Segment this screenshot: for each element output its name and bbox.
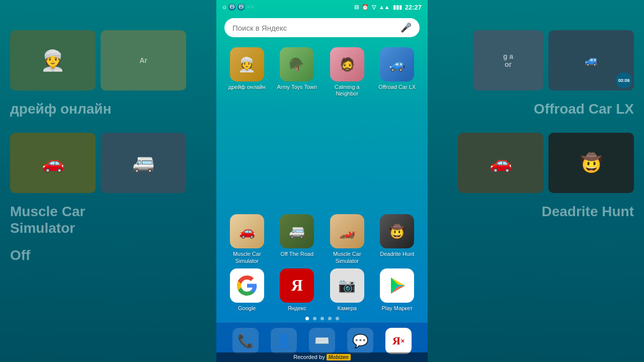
- dock-keyboard[interactable]: ⌨️: [309, 328, 335, 354]
- app-label-yandex: Яндекс: [288, 305, 306, 312]
- page-dots: [216, 317, 428, 320]
- app-label-calm: Calming a Neighbor: [324, 84, 371, 97]
- dock-contacts[interactable]: 👤: [271, 328, 297, 354]
- dock-messages[interactable]: 💬: [347, 328, 373, 354]
- dock-phone[interactable]: 📞: [232, 328, 259, 354]
- dot-2: [313, 317, 316, 320]
- app-icon-army: 🪖: [280, 47, 314, 81]
- wifi-icon: ▽: [372, 4, 376, 11]
- dot-3: [320, 317, 324, 320]
- app-grid-row3: Google Я Яндекс 📷 Камера: [216, 264, 428, 312]
- notif-icon-2: ⓜ: [237, 4, 245, 11]
- app-icon-offroad: 🚙: [380, 47, 414, 81]
- dot-1: [305, 317, 309, 320]
- app-yandex[interactable]: Я Яндекс: [274, 268, 321, 312]
- time-display: 22:27: [405, 4, 422, 11]
- app-army[interactable]: 🪖 Army Toys Town: [274, 47, 321, 210]
- app-label-drift: дрейф онлайн: [228, 84, 266, 90]
- app-label-play: Play Маркет: [381, 305, 413, 312]
- app-drift[interactable]: 👳 дрейф онлайн: [223, 47, 271, 210]
- app-offroad[interactable]: 🚙 Offroad Car LX: [374, 47, 421, 210]
- app-label-muscle2: Muscle Car Simulator: [324, 251, 371, 264]
- right-label-deadrite: Deadrite Hunt: [541, 203, 634, 220]
- app-calm[interactable]: 🧔 Calming a Neighbor: [324, 47, 371, 210]
- app-grid-row2: 🚗 Muscle Car Simulator 🚐 Off The Road 🏎️…: [216, 210, 428, 264]
- left-label-off: Off: [10, 247, 206, 264]
- battery-icon: ▮▮▮: [393, 4, 402, 11]
- app-icon-drift: 👳: [230, 47, 264, 81]
- app-label-camera: Камера: [338, 305, 357, 312]
- notif-icon-1: ⓜ: [228, 4, 235, 11]
- app-icon-yandex: Я: [280, 268, 314, 303]
- left-label-muscle: Muscle CarSimulator: [10, 203, 206, 237]
- status-icons-left: ⊙ ⓜ ⓜ ⁙⁙: [222, 4, 255, 11]
- recorded-label: Recorded by: [293, 354, 325, 360]
- app-label-offroad2: Off The Road: [280, 251, 313, 257]
- alarm-icon: ⏰: [362, 4, 369, 11]
- left-label-drift: дрейф онлайн: [10, 101, 206, 118]
- app-muscle2[interactable]: 🏎️ Muscle Car Simulator: [324, 214, 371, 264]
- app-icon-deadrite: 🤠: [380, 214, 414, 248]
- app-label-google: Google: [238, 305, 256, 312]
- grid-icon: ⁙⁙: [247, 5, 255, 10]
- app-label-offroad: Offroad Car LX: [378, 84, 416, 90]
- signal-icon: ▲▲: [379, 4, 390, 10]
- app-icon-muscle2: 🏎️: [330, 214, 364, 248]
- app-grid-row1: 👳 дрейф онлайн 🪖 Army Toys Town 🧔 Calmin…: [216, 45, 428, 210]
- right-panel: g aor 🚙 00:06 Offroad Car LX 🚗 🤠 Deadrit…: [428, 0, 644, 362]
- app-icon-calm: 🧔: [330, 47, 364, 81]
- phone-screen: ⊙ ⓜ ⓜ ⁙⁙ ⊟ ⏰ ▽ ▲▲ ▮▮▮ 22:27 🎤 👳 дрейф он…: [216, 0, 428, 362]
- app-google[interactable]: Google: [223, 268, 271, 312]
- dock-yandex-browser[interactable]: Я ✕: [385, 328, 412, 354]
- app-icon-offroad2: 🚐: [280, 214, 314, 248]
- app-muscle1[interactable]: 🚗 Muscle Car Simulator: [223, 214, 271, 264]
- app-icon-play: [380, 268, 414, 303]
- record-icon: ⊙: [222, 5, 226, 10]
- recorded-bar: Recorded by Mobizen: [216, 352, 428, 362]
- status-icons-right: ⊟ ⏰ ▽ ▲▲ ▮▮▮ 22:27: [354, 4, 422, 11]
- dot-4: [328, 317, 332, 320]
- app-icon-muscle1: 🚗: [230, 214, 264, 248]
- app-label-army: Army Toys Town: [277, 84, 317, 90]
- app-icon-google: [230, 268, 264, 303]
- cast-icon: ⊟: [354, 4, 359, 11]
- right-label-offroad: Offroad Car LX: [534, 101, 634, 118]
- left-panel: 👳 Ar дрейф онлайн 🚗 🚐 Muscle CarSimulato…: [0, 0, 216, 362]
- search-bar[interactable]: 🎤: [224, 18, 420, 37]
- timer-overlay: 00:06: [618, 78, 629, 83]
- status-bar: ⊙ ⓜ ⓜ ⁙⁙ ⊟ ⏰ ▽ ▲▲ ▮▮▮ 22:27: [216, 0, 428, 14]
- app-icon-camera: 📷: [330, 268, 364, 303]
- mic-icon[interactable]: 🎤: [400, 22, 412, 33]
- app-camera[interactable]: 📷 Камера: [324, 268, 371, 312]
- app-label-muscle1: Muscle Car Simulator: [223, 251, 271, 264]
- dot-5: [336, 317, 339, 320]
- app-deadrite[interactable]: 🤠 Deadrite Hunt: [374, 214, 421, 264]
- app-offroad2[interactable]: 🚐 Off The Road: [274, 214, 321, 264]
- search-input[interactable]: [232, 24, 396, 32]
- app-label-deadrite: Deadrite Hunt: [380, 251, 414, 257]
- mobizen-logo: Mobizen: [327, 354, 351, 360]
- app-play[interactable]: Play Маркет: [374, 268, 421, 312]
